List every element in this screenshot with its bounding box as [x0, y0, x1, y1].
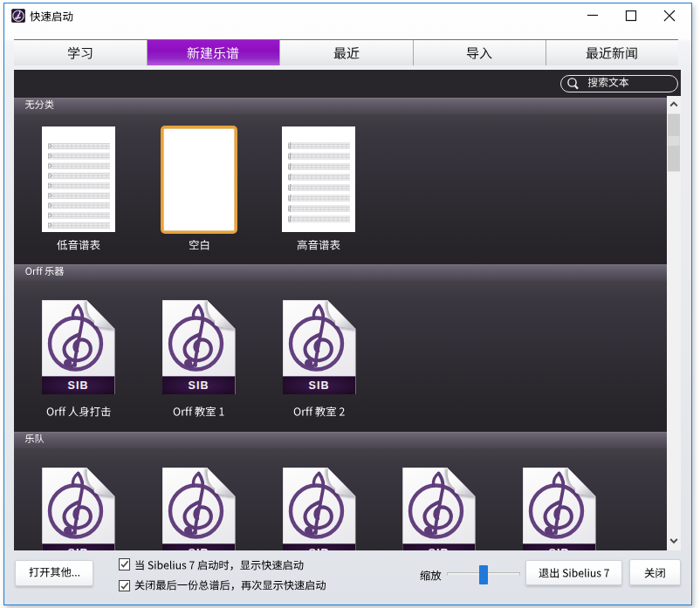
svg-text:SIB: SIB — [188, 379, 209, 392]
svg-text:SIB: SIB — [68, 379, 89, 392]
svg-text:SIB: SIB — [308, 379, 329, 392]
